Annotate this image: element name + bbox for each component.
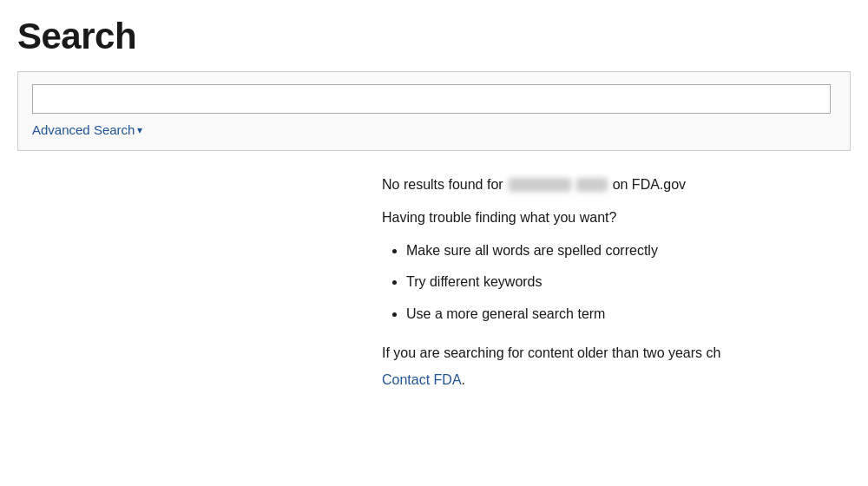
query-blur-2 <box>576 178 608 192</box>
advanced-search-label: Advanced Search <box>32 122 135 137</box>
page-wrapper: Search Advanced Search▾ No results found… <box>0 0 868 405</box>
tips-list: Make sure all words are spelled correctl… <box>382 241 833 324</box>
query-blur-1 <box>509 178 571 192</box>
no-results-prefix: No results found for <box>382 177 503 193</box>
list-item: Try different keywords <box>406 273 833 292</box>
no-results-line: No results found for on FDA.gov <box>382 177 833 193</box>
list-item: Use a more general search term <box>406 305 833 324</box>
older-content-prefix: If you are searching for content older t… <box>382 345 720 360</box>
chevron-down-icon: ▾ <box>137 124 142 136</box>
contact-period: . <box>462 372 465 387</box>
search-input-row <box>32 84 836 114</box>
older-content-text: If you are searching for content older t… <box>382 343 833 364</box>
advanced-search-link[interactable]: Advanced Search▾ <box>32 122 142 137</box>
search-input[interactable] <box>32 84 831 114</box>
results-section: No results found for on FDA.gov Having t… <box>17 177 851 388</box>
contact-fda-link[interactable]: Contact FDA <box>382 372 462 387</box>
list-item: Make sure all words are spelled correctl… <box>406 241 833 260</box>
search-box-container: Advanced Search▾ <box>17 71 851 151</box>
trouble-text: Having trouble finding what you want? <box>382 210 833 226</box>
no-results-suffix: on FDA.gov <box>613 177 686 193</box>
page-title: Search <box>17 16 851 57</box>
advanced-search-row: Advanced Search▾ <box>32 122 836 138</box>
contact-line: Contact FDA. <box>382 372 833 388</box>
